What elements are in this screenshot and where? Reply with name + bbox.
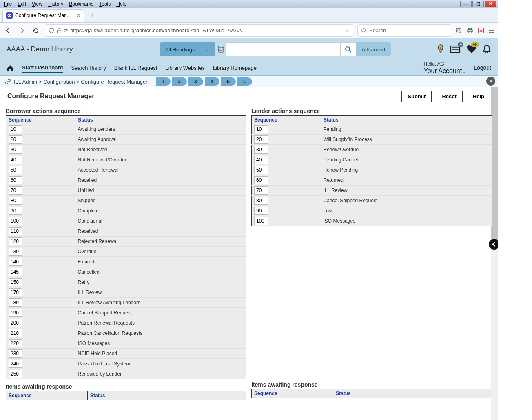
wizard-step-4[interactable]: 4	[205, 77, 219, 86]
extension-icon[interactable]: ☰	[478, 28, 484, 33]
back-button[interactable]	[3, 26, 13, 35]
sequence-input[interactable]	[9, 217, 22, 225]
sequence-input[interactable]	[9, 278, 22, 286]
collapse-panel-button[interactable]	[489, 239, 498, 250]
wizard-step-L[interactable]: L	[237, 77, 252, 86]
window-maximize-button[interactable]: ▢	[472, 1, 484, 7]
logout-link[interactable]: Logout	[474, 64, 491, 71]
bookmark-star-icon[interactable]: ☆	[345, 28, 350, 33]
lender-sort-sequence[interactable]: Sequence	[254, 117, 277, 123]
forward-button[interactable]	[17, 26, 27, 35]
account-dropdown[interactable]: Your Account⌄	[423, 67, 466, 75]
menu-history[interactable]: History	[46, 1, 66, 7]
borrower-sort-sequence[interactable]: Sequence	[9, 117, 32, 123]
menu-tools[interactable]: Tools	[97, 1, 113, 7]
home-icon[interactable]	[7, 65, 14, 71]
sequence-input[interactable]	[9, 207, 22, 215]
browser-tab[interactable]: ⦿ Configure Request Manager | ST ✕	[2, 9, 84, 22]
menu-help[interactable]: Help	[114, 1, 129, 7]
url-input[interactable]	[70, 27, 343, 33]
menu-edit[interactable]: Edit	[15, 1, 29, 7]
balloon-icon[interactable]	[437, 44, 445, 55]
nav-staff-dashboard[interactable]: Staff Dashboard	[22, 63, 63, 73]
sequence-input[interactable]	[9, 258, 22, 266]
sequence-input[interactable]	[9, 288, 22, 296]
site-search-input[interactable]	[226, 42, 341, 56]
headings-dropdown[interactable]: All Headings ⌄	[160, 42, 215, 56]
nav-blank-ill-request[interactable]: Blank ILL Request	[114, 63, 157, 73]
wizard-step-1[interactable]: 1	[156, 77, 171, 86]
sequence-input[interactable]	[9, 197, 22, 205]
borrower-await-sort-status[interactable]: Status	[90, 393, 105, 398]
nav-library-websites[interactable]: Library Websites	[165, 63, 205, 73]
sequence-input[interactable]	[254, 146, 268, 154]
borrower-sort-status[interactable]: Status	[78, 117, 93, 123]
window-close-button[interactable]: ✕	[485, 1, 496, 7]
tab-close-icon[interactable]: ✕	[76, 13, 80, 18]
browser-search-box[interactable]	[357, 24, 451, 37]
new-tab-button[interactable]: ＋	[87, 10, 98, 21]
pocket-icon[interactable]	[455, 27, 462, 34]
sequence-input[interactable]	[9, 135, 22, 144]
menu-file[interactable]: File	[2, 1, 14, 7]
sequence-input[interactable]	[254, 125, 268, 133]
sequence-input[interactable]	[9, 186, 22, 195]
wizard-step-3[interactable]: 3	[188, 77, 203, 86]
help-button[interactable]: Help	[467, 91, 490, 102]
sequence-input[interactable]	[254, 166, 268, 174]
sequence-input[interactable]	[254, 217, 268, 225]
status-cell: Rejected Renewal	[75, 237, 246, 247]
sequence-input[interactable]	[9, 349, 22, 358]
window-minimize-button[interactable]: ―	[460, 1, 472, 7]
sequence-input[interactable]	[9, 268, 22, 276]
sequence-input[interactable]	[9, 146, 22, 154]
site-search-button[interactable]	[341, 42, 356, 56]
sequence-input[interactable]	[9, 166, 22, 174]
news-icon[interactable]: 9	[450, 45, 461, 54]
favorites-icon[interactable]: F9	[467, 45, 477, 54]
sequence-input[interactable]	[254, 135, 268, 144]
sequence-input[interactable]	[9, 176, 22, 184]
sequence-input[interactable]	[9, 125, 22, 133]
sequence-input[interactable]	[9, 339, 22, 347]
nav-search-history[interactable]: Search History	[71, 63, 106, 73]
lender-sort-status[interactable]: Status	[324, 117, 339, 123]
sequence-input[interactable]	[9, 156, 22, 164]
bc-ill-admin[interactable]: ILL Admin	[14, 79, 37, 85]
sequence-input[interactable]	[254, 197, 268, 205]
sequence-input[interactable]	[9, 227, 22, 235]
wizard-step-5[interactable]: 5	[221, 77, 236, 86]
address-bar[interactable]: ⇄ ☆	[45, 24, 353, 37]
menu-view[interactable]: View	[29, 1, 45, 7]
sequence-input[interactable]	[9, 329, 22, 337]
print-icon[interactable]	[467, 27, 473, 34]
nav-library-homepage[interactable]: Library Homepage	[213, 63, 257, 73]
sequence-input[interactable]	[9, 298, 22, 307]
sequence-input[interactable]	[254, 176, 268, 184]
sequence-input[interactable]	[9, 360, 22, 368]
wizard-step-2[interactable]: 2	[172, 77, 187, 86]
reset-button[interactable]: Reset	[436, 91, 462, 102]
sequence-input[interactable]	[9, 237, 22, 245]
advanced-search-button[interactable]: Advanced	[356, 42, 391, 56]
database-icon[interactable]	[215, 42, 226, 56]
sequence-input[interactable]	[9, 248, 22, 256]
lender-await-sort-status[interactable]: Status	[336, 391, 351, 396]
sequence-input[interactable]	[9, 370, 22, 378]
sequence-input[interactable]	[254, 156, 268, 164]
sequence-input[interactable]	[254, 186, 268, 195]
bc-configure-request-manager[interactable]: Configure Request Manager	[81, 79, 147, 85]
reload-button[interactable]	[31, 26, 41, 35]
sequence-input[interactable]	[9, 309, 22, 317]
borrower-await-sort-sequence[interactable]: Sequence	[9, 393, 32, 398]
sequence-input[interactable]	[9, 319, 22, 327]
submit-button[interactable]: Submit	[401, 91, 432, 102]
close-panel-button[interactable]: ✕	[486, 77, 495, 86]
bell-icon[interactable]	[482, 44, 491, 54]
bc-configuration[interactable]: Configuration	[43, 79, 75, 85]
app-menu-button[interactable]	[489, 28, 494, 33]
lender-await-sort-sequence[interactable]: Sequence	[254, 391, 277, 396]
sequence-input[interactable]	[254, 207, 268, 215]
menu-bookmarks[interactable]: Bookmarks	[66, 1, 96, 7]
browser-search-input[interactable]	[369, 27, 448, 33]
